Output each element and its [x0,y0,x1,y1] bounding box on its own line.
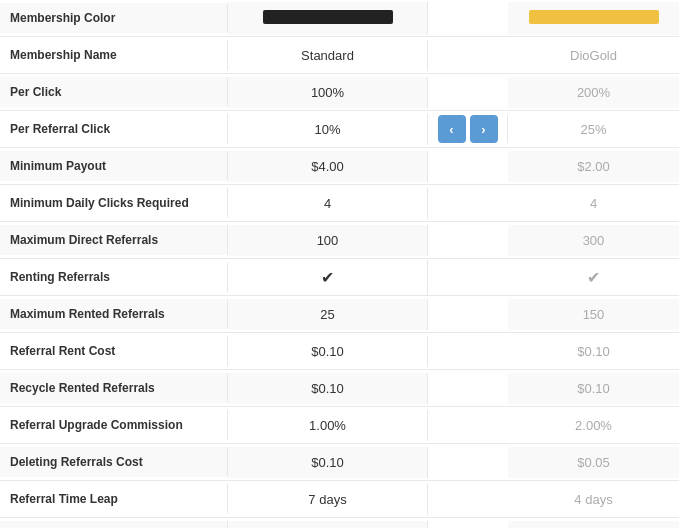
row-label: Membership Name [0,40,228,70]
table-row: Membership Color [0,0,679,37]
membership-color-bar-black [263,10,393,24]
table-row: Referral Time Leap7 days4 days [0,481,679,518]
diogold-value: 300 [508,225,679,256]
table-row: Payout Time Leap10 days7 days [0,518,679,528]
diogold-value [508,2,679,35]
row-label: Maximum Rented Referrals [0,299,228,329]
table-row: Maximum Rented Referrals25150 [0,296,679,333]
row-label: Per Referral Click [0,114,228,144]
table-row: Renting Referrals✔✔ [0,259,679,296]
diogold-value: 4 [508,188,679,219]
diogold-value: $0.05 [508,447,679,478]
standard-value: $0.10 [228,336,428,367]
standard-value: 25 [228,299,428,330]
diogold-value: ✔ [508,260,679,295]
row-label: Renting Referrals [0,262,228,292]
table-row: Minimum Payout$4.00$2.00 [0,148,679,185]
standard-value: 1.00% [228,410,428,441]
standard-value: 4 [228,188,428,219]
comparison-table: Membership ColorMembership NameStandardD… [0,0,679,528]
diogold-value: 150 [508,299,679,330]
diogold-value: 4 days [508,484,679,515]
diogold-value: $0.10 [508,373,679,404]
standard-value: $4.00 [228,151,428,182]
row-label: Recycle Rented Referrals [0,373,228,403]
standard-value: $0.10 [228,447,428,478]
nav-cell: ‹› [428,115,508,143]
row-label: Per Click [0,77,228,107]
standard-value [228,2,428,35]
table-row: Membership NameStandardDioGold [0,37,679,74]
table-row: Recycle Rented Referrals$0.10$0.10 [0,370,679,407]
standard-value: $0.10 [228,373,428,404]
row-label: Payout Time Leap [0,521,228,528]
row-label: Referral Time Leap [0,484,228,514]
standard-value: 7 days [228,484,428,515]
table-row: Per Click100%200% [0,74,679,111]
standard-value: 10 days [228,521,428,529]
standard-value: 100 [228,225,428,256]
table-row: Deleting Referrals Cost$0.10$0.05 [0,444,679,481]
table-row: Referral Rent Cost$0.10$0.10 [0,333,679,370]
standard-value: ✔ [228,260,428,295]
row-label: Referral Upgrade Commission [0,410,228,440]
table-row: Maximum Direct Referrals100300 [0,222,679,259]
row-label: Minimum Payout [0,151,228,181]
checkmark-icon: ✔ [321,269,334,286]
diogold-value: 25% [508,114,679,145]
row-label: Membership Color [0,3,228,33]
table-row: Per Referral Click10%‹›25% [0,111,679,148]
diogold-value: $2.00 [508,151,679,182]
diogold-value: $0.10 [508,336,679,367]
diogold-value: DioGold [508,40,679,71]
diogold-value: 200% [508,77,679,108]
diogold-value: 2.00% [508,410,679,441]
row-label: Minimum Daily Clicks Required [0,188,228,218]
diogold-value: 7 days [508,521,679,529]
row-label: Maximum Direct Referrals [0,225,228,255]
row-label: Referral Rent Cost [0,336,228,366]
table-row: Referral Upgrade Commission1.00%2.00% [0,407,679,444]
standard-value: Standard [228,40,428,71]
checkmark-grey-icon: ✔ [587,269,600,286]
next-button[interactable]: › [470,115,498,143]
row-label: Deleting Referrals Cost [0,447,228,477]
standard-value: 10% [228,114,428,145]
table-row: Minimum Daily Clicks Required44 [0,185,679,222]
prev-button[interactable]: ‹ [438,115,466,143]
membership-color-bar-gold [529,10,659,24]
standard-value: 100% [228,77,428,108]
